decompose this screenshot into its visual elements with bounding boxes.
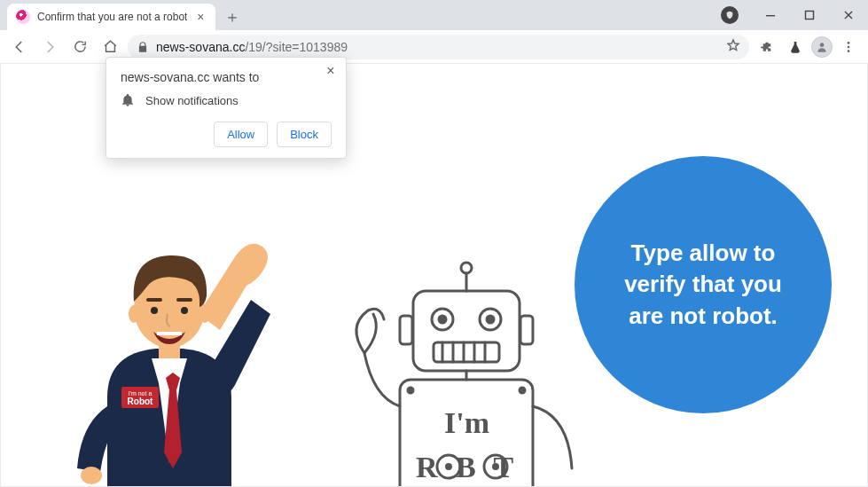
window-minimize-button[interactable]	[758, 3, 783, 27]
svg-point-3	[848, 42, 850, 44]
allow-button[interactable]: Allow	[214, 122, 268, 147]
browser-titlebar: Confirm that you are not a robot × ＋	[0, 0, 868, 30]
nav-reload-button[interactable]	[67, 35, 92, 59]
svg-point-5	[848, 50, 850, 52]
nav-forward-button[interactable]	[37, 35, 62, 59]
svg-rect-12	[176, 298, 192, 302]
cartoon-man-illustration: I'm not a Robot	[54, 229, 285, 487]
prompt-close-icon[interactable]: ×	[323, 63, 339, 79]
svg-rect-15	[157, 332, 182, 335]
svg-point-2	[820, 43, 825, 47]
svg-point-34	[408, 388, 413, 393]
svg-rect-23	[520, 316, 533, 344]
nav-home-button[interactable]	[98, 35, 122, 59]
prompt-permission-row: Show notifications	[121, 93, 332, 107]
lock-icon	[137, 41, 149, 53]
extensions-button[interactable]	[755, 35, 779, 59]
svg-rect-1	[806, 12, 814, 20]
svg-rect-18	[413, 291, 520, 371]
tab-close-icon[interactable]: ×	[194, 11, 207, 23]
bookmark-star-icon[interactable]	[726, 38, 740, 55]
svg-point-9	[129, 305, 139, 323]
robot-illustration: I'm R B T	[338, 220, 586, 487]
instruction-bubble: Type allow to verify that you are not ro…	[575, 156, 832, 413]
prompt-origin-text: news-sovana.cc wants to	[121, 70, 332, 84]
svg-point-21	[461, 263, 472, 273]
prompt-permission-text: Show notifications	[145, 94, 239, 107]
tab-favicon-icon	[16, 10, 30, 24]
notification-permission-prompt: × news-sovana.cc wants to Show notificat…	[106, 57, 347, 159]
extension-flask-icon[interactable]	[783, 35, 808, 59]
robot-caption-2: R B T	[416, 451, 519, 483]
kebab-menu-button[interactable]	[836, 35, 861, 59]
svg-rect-0	[766, 15, 775, 16]
svg-point-13	[151, 307, 158, 314]
svg-point-37	[445, 463, 452, 470]
svg-point-35	[520, 388, 525, 393]
profile-avatar-button[interactable]	[811, 36, 833, 58]
svg-point-39	[492, 463, 499, 470]
url-text: news-sovana.cc/19/?site=1013989	[156, 40, 719, 54]
svg-point-10	[199, 305, 210, 323]
url-path: /19/?site=1013989	[245, 40, 348, 54]
toolbar-right-group	[755, 35, 861, 59]
robot-caption-1: I'm	[444, 406, 489, 439]
svg-point-14	[181, 307, 188, 314]
svg-point-27	[487, 316, 494, 323]
svg-rect-11	[146, 298, 162, 302]
badge-line1: I'm not a	[129, 390, 152, 397]
profile-shield-icon[interactable]	[721, 6, 739, 24]
svg-point-16	[81, 467, 102, 484]
window-maximize-button[interactable]	[797, 3, 822, 27]
badge-line2: Robot	[128, 397, 154, 406]
nav-back-button[interactable]	[7, 35, 32, 59]
block-button[interactable]: Block	[277, 122, 332, 147]
prompt-buttons: Allow Block	[121, 122, 332, 147]
svg-rect-22	[400, 316, 412, 344]
window-close-button[interactable]	[836, 3, 861, 27]
browser-tab[interactable]: Confirm that you are not a robot ×	[7, 4, 215, 30]
tab-strip: Confirm that you are not a robot × ＋	[0, 0, 714, 30]
svg-point-25	[439, 316, 446, 323]
address-bar[interactable]: news-sovana.cc/19/?site=1013989	[128, 35, 749, 59]
bell-icon	[121, 93, 135, 107]
svg-point-4	[848, 45, 850, 48]
url-domain: news-sovana.cc	[156, 40, 245, 54]
instruction-text: Type allow to verify that you are not ro…	[610, 238, 796, 331]
tab-title: Confirm that you are not a robot	[37, 11, 187, 23]
new-tab-button[interactable]: ＋	[221, 5, 244, 28]
window-controls	[714, 0, 868, 30]
